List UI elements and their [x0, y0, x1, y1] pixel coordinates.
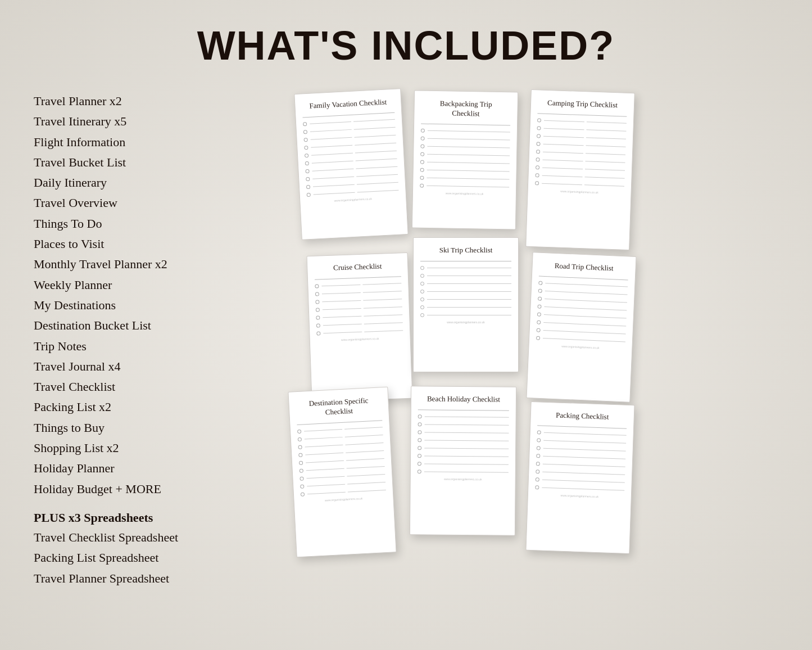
card-lines-beach	[418, 414, 509, 474]
list-item: Travel Checklist	[34, 377, 270, 397]
card-road-trip: Road Trip Checklist www.organisingplanne…	[526, 252, 636, 403]
card-lines-camping	[535, 118, 627, 188]
list-item: Flight Information	[34, 132, 270, 152]
list-item: Travel Overview	[34, 193, 270, 213]
list-item: Destination Bucket List	[34, 315, 270, 336]
list-item: Weekly Planner	[34, 275, 270, 295]
list-item: Travel Bucket List	[34, 152, 270, 173]
card-cruise: Cruise Checklist www.organisingplanners.…	[307, 252, 413, 402]
list-item: Things To Do	[34, 214, 270, 234]
list-item: Travel Planner x2	[34, 91, 270, 111]
card-title-family-vacation: Family Vacation Checklist	[302, 97, 394, 111]
card-footer-cruise: www.organisingplanners.co.uk	[317, 336, 403, 342]
card-lines-destination-specific	[297, 425, 386, 496]
card-lines-backpacking	[420, 128, 510, 189]
list-item: My Destinations	[34, 295, 270, 315]
list-item: Holiday Planner	[34, 458, 270, 479]
plus-items: Travel Checklist SpreadsheetPacking List…	[34, 527, 270, 589]
list-item: Holiday Budget + MORE	[34, 479, 270, 499]
plus-title: PLUS x3 Spreadsheets	[34, 511, 270, 525]
cards-area: Family Vacation Checklist www.organising…	[292, 91, 778, 597]
card-ski: Ski Trip Checklist www.organisingplanner…	[413, 237, 519, 372]
list-item: Shopping List x2	[34, 438, 270, 458]
card-footer-destination-specific: www.organisingplanners.co.uk	[301, 495, 386, 503]
card-title-road-trip: Road Trip Checklist	[539, 261, 629, 274]
card-lines-road-trip	[536, 281, 628, 344]
list-item: Travel Itinerary x5	[34, 111, 270, 132]
card-title-destination-specific: Destination SpecificChecklist	[296, 395, 382, 419]
card-footer-family-vacation: www.organisingplanners.co.uk	[307, 196, 399, 204]
card-footer-camping: www.organisingplanners.co.uk	[535, 188, 624, 195]
card-title-packing: Packing Checklist	[538, 410, 627, 422]
card-lines-cruise	[315, 281, 403, 335]
list-items: Travel Planner x2Travel Itinerary x5Flig…	[34, 91, 270, 499]
card-beach: Beach Holiday Checklist www.organisingpl…	[410, 386, 516, 536]
included-list: Travel Planner x2Travel Itinerary x5Flig…	[34, 91, 270, 589]
list-item: Packing List x2	[34, 397, 270, 417]
card-lines-ski	[420, 266, 511, 317]
card-footer-beach: www.organisingplanners.co.uk	[418, 477, 509, 481]
card-lines	[303, 118, 399, 197]
plus-item: Packing List Spreadsheet	[34, 548, 270, 568]
card-footer-backpacking: www.organisingplanners.co.uk	[420, 191, 509, 196]
card-lines-packing	[535, 430, 627, 492]
card-title-camping: Camping Trip Checklist	[538, 98, 627, 110]
card-destination-specific: Destination SpecificChecklist www.organi…	[288, 387, 396, 558]
card-footer-packing: www.organisingplanners.co.uk	[535, 493, 624, 499]
card-footer-road-trip: www.organisingplanners.co.uk	[536, 343, 625, 350]
list-item: Places to Visit	[34, 234, 270, 254]
page-container: WHAT'S INCLUDED? Travel Planner x2Travel…	[0, 0, 812, 650]
card-footer-ski: www.organisingplanners.co.uk	[420, 321, 511, 324]
card-title-beach: Beach Holiday Checklist	[418, 394, 509, 404]
card-title-ski: Ski Trip Checklist	[420, 246, 511, 255]
card-family-vacation: Family Vacation Checklist www.organising…	[294, 88, 408, 240]
card-title-backpacking: Backpacking TripChecklist	[421, 99, 511, 120]
list-item: Trip Notes	[34, 336, 270, 356]
content-area: Travel Planner x2Travel Itinerary x5Flig…	[34, 91, 778, 597]
list-item: Monthly Travel Planner x2	[34, 254, 270, 274]
list-item: Daily Itinerary	[34, 173, 270, 193]
plus-item: Travel Checklist Spreadsheet	[34, 527, 270, 548]
list-item: Travel Journal x4	[34, 356, 270, 377]
card-backpacking: Backpacking TripChecklist www.organising…	[412, 90, 518, 229]
plus-item: Travel Planner Spreadsheet	[34, 568, 270, 589]
card-packing: Packing Checklist www.organisingplanners…	[525, 401, 634, 554]
plus-section: PLUS x3 Spreadsheets Travel Checklist Sp…	[34, 511, 270, 589]
page-title: WHAT'S INCLUDED?	[34, 22, 778, 69]
list-item: Things to Buy	[34, 418, 270, 438]
card-camping: Camping Trip Checklist www.organisingpla…	[525, 89, 635, 250]
card-title-cruise: Cruise Checklist	[314, 261, 401, 273]
